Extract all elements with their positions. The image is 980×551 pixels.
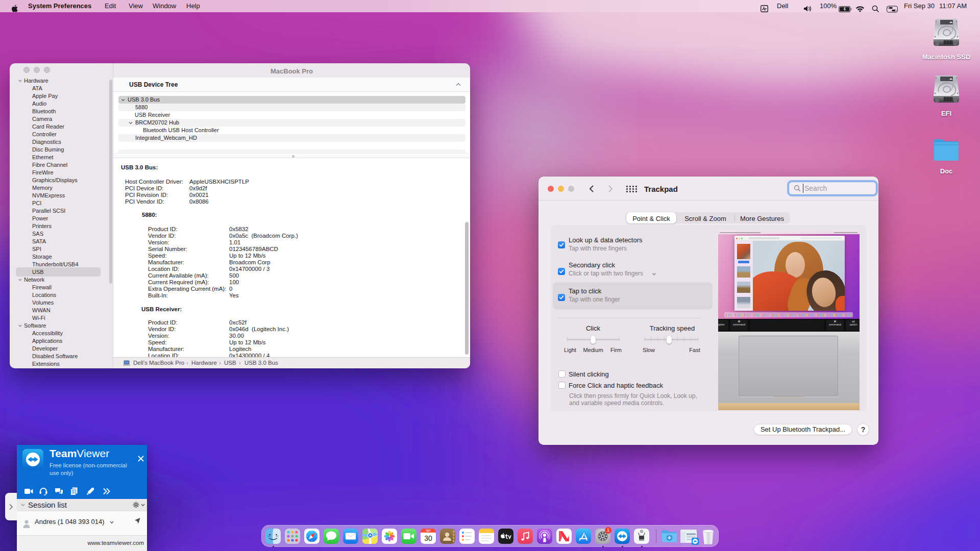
svg-text:30: 30 (424, 534, 432, 542)
svg-text:SEP: SEP (426, 530, 430, 532)
